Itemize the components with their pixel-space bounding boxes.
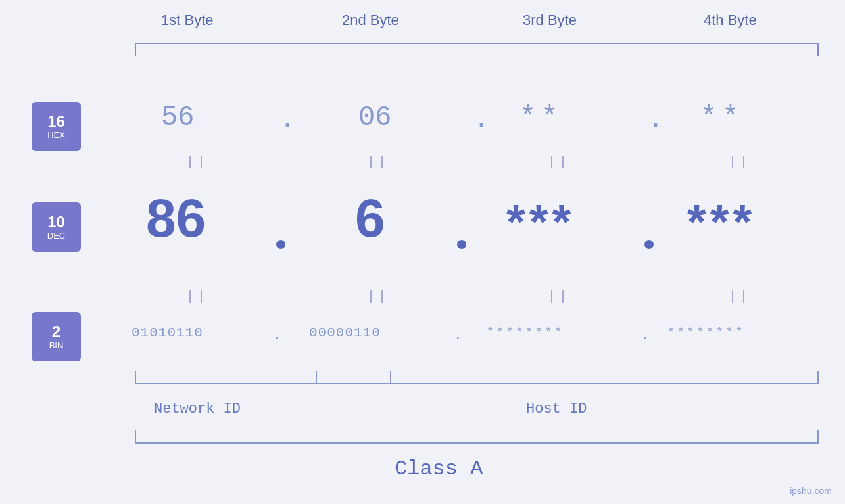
badge-dec-label: DEC bbox=[47, 231, 65, 241]
bin-dot3: . bbox=[641, 328, 650, 343]
bin-star1: ******** bbox=[487, 325, 564, 338]
top-bracket-all bbox=[135, 43, 819, 56]
equals-hex-dec-1: || bbox=[186, 154, 208, 170]
bin-val2: 00000110 bbox=[309, 325, 381, 340]
label-host-id: Host ID bbox=[526, 401, 587, 417]
page: 1st Byte 2nd Byte 3rd Byte 4th Byte 16 H… bbox=[0, 0, 845, 504]
equals-dec-bin-4: || bbox=[729, 289, 751, 304]
header-byte3: 3rd Byte bbox=[523, 12, 577, 29]
equals-dec-bin-3: || bbox=[548, 289, 570, 304]
badge-bin-label: BIN bbox=[49, 340, 64, 350]
bin-dot2: . bbox=[454, 328, 462, 343]
hex-val1: 56 bbox=[161, 102, 194, 133]
bin-star2: ******** bbox=[667, 325, 745, 338]
hex-dot3: . bbox=[648, 105, 664, 135]
bottom-bracket-host bbox=[316, 371, 819, 384]
dec-val1: 86 bbox=[146, 187, 206, 249]
dec-dot3 bbox=[644, 240, 654, 249]
equals-hex-dec-3: || bbox=[548, 154, 570, 170]
badge-dec: 10 DEC bbox=[32, 202, 81, 252]
label-network-id: Network ID bbox=[154, 401, 241, 417]
header-byte4: 4th Byte bbox=[704, 12, 757, 29]
badge-hex-label: HEX bbox=[47, 130, 65, 140]
hex-val2: 06 bbox=[358, 102, 391, 133]
badge-dec-num: 10 bbox=[47, 214, 65, 231]
hex-star1: ** bbox=[519, 102, 563, 133]
hex-star2: ** bbox=[700, 102, 744, 133]
equals-dec-bin-2: || bbox=[367, 289, 389, 304]
equals-hex-dec-4: || bbox=[729, 154, 751, 170]
dec-dot1 bbox=[276, 240, 285, 249]
hex-dot2: . bbox=[473, 105, 489, 135]
header-byte1: 1st Byte bbox=[161, 12, 213, 29]
dec-dot2 bbox=[457, 240, 466, 249]
badge-hex-num: 16 bbox=[47, 113, 65, 130]
watermark: ipshu.com bbox=[790, 486, 832, 496]
bin-dot1: . bbox=[273, 328, 281, 343]
hex-dot1: . bbox=[279, 105, 295, 135]
badge-bin: 2 BIN bbox=[32, 312, 81, 361]
bottom-bracket-all bbox=[135, 430, 819, 444]
header-byte2: 2nd Byte bbox=[342, 12, 399, 29]
bin-val1: 01010110 bbox=[132, 325, 203, 340]
equals-dec-bin-1: || bbox=[186, 289, 208, 304]
badge-bin-num: 2 bbox=[52, 323, 60, 340]
dec-val2: 6 bbox=[355, 187, 385, 249]
equals-hex-dec-2: || bbox=[367, 154, 389, 170]
label-class: Class A bbox=[395, 457, 483, 481]
dec-star1: *** bbox=[506, 194, 575, 250]
dec-star2: *** bbox=[687, 194, 756, 250]
badge-hex: 16 HEX bbox=[32, 102, 81, 151]
